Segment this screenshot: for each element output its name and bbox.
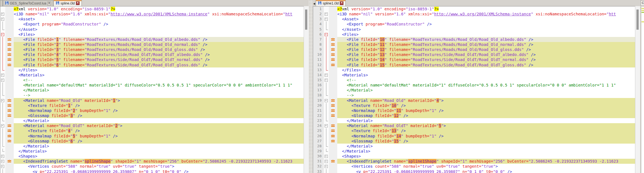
code-text[interactable]: <File fileId="1" filename="RoadTextures/… [14, 37, 308, 42]
code-text[interactable]: <Glossmap fileId="6" /> [14, 139, 308, 144]
code-text[interactable]: <Materials> [14, 73, 308, 78]
code-text[interactable]: <Materials> [337, 73, 640, 78]
code-text[interactable]: <v p="22.225391 -0.06861999999999 26.359… [14, 169, 308, 173]
code-text[interactable]: </Material> [337, 144, 640, 149]
right-scrollbar-thumb[interactable] [636, 10, 639, 30]
code-text[interactable]: <Glossmap fileId="15" /> [337, 139, 640, 144]
fold-collapse-icon[interactable] [324, 98, 329, 103]
code-text[interactable]: <Material name="defaultMat" materialId="… [14, 83, 308, 88]
code-text[interactable]: <IndexedTriangleSet name="spline1Shape" … [337, 159, 640, 164]
tab-GES_SplineToCoord.lua[interactable]: GES_SplineToCoord.lua✕ [3, 0, 53, 6]
code-text[interactable]: <Material name="defaultMat" materialId="… [337, 83, 640, 88]
code-text[interactable]: <File fileId="15" filename="RoadTextures… [337, 62, 640, 67]
code-text[interactable]: <Material name="Road_OldT" materialId="2… [14, 123, 308, 128]
left-code-editor[interactable]: <?xml version="1.0" encoding="iso-8859-1… [0, 6, 309, 173]
docked-panel-tab[interactable]: C [641, 0, 644, 6]
fold-collapse-icon[interactable] [324, 159, 329, 164]
fold-collapse-icon[interactable] [324, 32, 329, 37]
code-text[interactable]: <Normalmap fileId="2" bumpDepth="1" /> [14, 108, 308, 113]
code-text[interactable]: <Vertices count="588" normal="true" uv0=… [337, 164, 640, 169]
code-text[interactable]: <File fileId="3" filename="RoadTextures/… [14, 47, 308, 52]
code-text[interactable]: <File fileId="5" filename="RoadTextures/… [14, 57, 308, 62]
code-text[interactable]: <Export program="RoadConstructor" /> [14, 22, 308, 27]
code-text[interactable]: <?xml version="1.0" encoding="iso-8859-1… [337, 6, 640, 11]
code-text[interactable]: <Glossmap fileId="3" /> [14, 113, 308, 118]
code-text[interactable]: </Material> [14, 88, 308, 93]
code-text[interactable]: <Material name="Road_Old" materialId="4"… [337, 98, 640, 103]
code-text[interactable]: <i3D name="nil" version="1.6" xmlns:xsi=… [14, 11, 308, 17]
code-text[interactable]: </Materials> [337, 149, 640, 154]
code-text[interactable]: <Asset> [14, 17, 308, 22]
code-text[interactable]: <File fileId="11" filename="RoadTextures… [337, 42, 640, 47]
code-text[interactable]: </Asset> [14, 27, 308, 32]
code-text[interactable]: <?xml version="1.0" encoding="iso-8859-1… [14, 6, 308, 11]
tab-close-icon[interactable]: ✕ [76, 1, 80, 5]
code-text[interactable]: <Shapes> [14, 154, 308, 159]
fold-collapse-icon[interactable] [0, 17, 5, 22]
fold-collapse-icon[interactable] [324, 78, 329, 83]
code-text[interactable]: <!-- [337, 78, 640, 83]
tab-close-icon[interactable]: ✕ [340, 1, 343, 5]
code-text[interactable]: <File fileId="4" filename="RoadTextures/… [14, 52, 308, 57]
tab-spline1.i3d[interactable]: spline1.i3d✕ [316, 0, 346, 6]
fold-collapse-icon[interactable] [324, 73, 329, 78]
code-text[interactable]: <Material name="Road_OldT" materialId="5… [337, 123, 640, 128]
clipped-tab-stub[interactable] [0, 0, 3, 6]
code-text[interactable]: <Texture fileId="10" /> [337, 103, 640, 108]
fold-collapse-icon[interactable] [0, 73, 5, 78]
code-text[interactable]: <Glossmap fileId="12" /> [337, 113, 640, 118]
code-text[interactable]: </Files> [14, 67, 308, 73]
pane-splitter[interactable] [309, 0, 313, 173]
code-text[interactable]: </Material> [337, 118, 640, 123]
fold-collapse-icon[interactable] [324, 17, 329, 22]
code-text[interactable]: <!-- [14, 78, 308, 83]
fold-collapse-icon[interactable] [0, 98, 5, 103]
code-text[interactable]: <File fileId="14" filename="RoadTextures… [337, 57, 640, 62]
code-text[interactable]: --> [14, 93, 308, 98]
fold-collapse-icon[interactable] [0, 154, 5, 159]
tab-close-icon[interactable]: ✕ [47, 2, 51, 5]
code-text[interactable]: </Asset> [337, 27, 640, 32]
code-text[interactable]: <Texture fileId="1" /> [14, 103, 308, 108]
fold-collapse-icon[interactable] [0, 32, 5, 37]
left-scrollbar-thumb[interactable] [305, 10, 307, 30]
fold-collapse-icon[interactable] [0, 78, 5, 83]
code-text[interactable]: <Export program="RoadConstructor" /> [337, 22, 640, 27]
code-text[interactable]: <Shapes> [337, 154, 640, 159]
code-text[interactable]: </Material> [14, 118, 308, 123]
left-vertical-scrollbar[interactable] [304, 6, 309, 173]
code-text[interactable]: <Files> [337, 32, 640, 37]
code-text[interactable]: <Normalmap fileId="14" bumpDepth="1" /> [337, 134, 640, 139]
fold-collapse-icon[interactable] [0, 159, 5, 164]
code-text[interactable]: --> [337, 93, 640, 98]
fold-collapse-icon[interactable] [324, 11, 329, 17]
code-text[interactable]: <File fileId="12" filename="RoadTextures… [337, 47, 640, 52]
code-text[interactable]: <Texture fileId="4" /> [14, 128, 308, 133]
code-text[interactable]: <IndexedTriangleSet name="splineShape" s… [14, 159, 308, 164]
code-text[interactable]: <File fileId="2" filename="RoadTextures/… [14, 42, 308, 47]
code-text[interactable]: <Vertices count="588" normal="true" uv0=… [14, 164, 308, 169]
code-text[interactable]: <File fileId="10" filename="RoadTextures… [337, 37, 640, 42]
tab-scroll-left-arrow[interactable]: ◀ [313, 2, 315, 5]
fold-collapse-icon[interactable] [324, 123, 329, 128]
code-text[interactable]: </Materials> [14, 149, 308, 154]
right-code-editor[interactable]: 1<?xml version="1.0" encoding="iso-8859-… [313, 6, 640, 173]
code-text[interactable]: <Asset> [337, 17, 640, 22]
right-vertical-scrollbar[interactable] [635, 6, 640, 173]
code-text[interactable]: <Normalmap fileId="5" bumpDepth="1" /> [14, 134, 308, 139]
code-text[interactable]: <v p="22.225391 -0.06861999999999 26.359… [337, 169, 640, 173]
fold-collapse-icon[interactable] [0, 164, 5, 169]
code-text[interactable]: </Material> [14, 144, 308, 149]
fold-collapse-icon[interactable] [324, 154, 329, 159]
code-text[interactable]: <Files> [14, 32, 308, 37]
code-text[interactable]: <File fileId="13" filename="RoadTextures… [337, 52, 640, 57]
fold-collapse-icon[interactable] [0, 11, 5, 17]
code-text[interactable]: <File fileId="6" filename="RoadTextures/… [14, 62, 308, 67]
code-text[interactable]: <Normalmap fileId="11" bumpDepth="1" /> [337, 108, 640, 113]
fold-collapse-icon[interactable] [324, 164, 329, 169]
tab-spline.i3d[interactable]: spline.i3d✕ [54, 0, 82, 6]
code-text[interactable]: </Material> [337, 88, 640, 93]
code-text[interactable]: <Material name="Road_Old" materialId="1"… [14, 98, 308, 103]
code-text[interactable]: <Texture fileId="13" /> [337, 128, 640, 133]
document-map-sliver[interactable] [641, 7, 644, 173]
